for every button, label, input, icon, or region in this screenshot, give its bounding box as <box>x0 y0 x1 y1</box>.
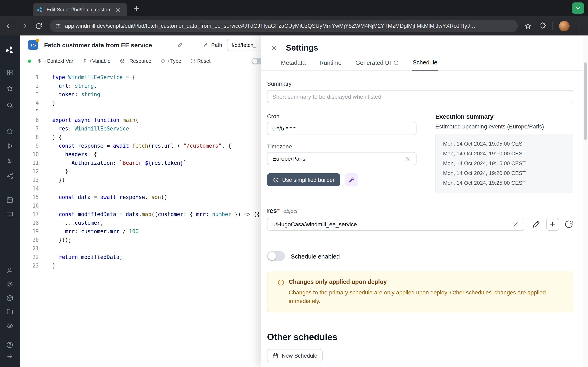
tab-schedule[interactable]: Schedule <box>412 57 438 71</box>
line-number: 21 <box>20 244 39 253</box>
line-number: 15 <box>20 193 39 201</box>
add-type-button[interactable]: +Type <box>160 58 181 64</box>
tab-close-icon[interactable] <box>115 6 121 13</box>
line-number: 17 <box>20 210 39 218</box>
path-edit-button[interactable]: Path <box>203 42 222 48</box>
browser-tab[interactable]: Edit Script f/bd/fetch_custom <box>33 3 127 16</box>
line-number: 16 <box>20 201 39 210</box>
summary-input[interactable]: Short summary to be displayed when liste… <box>267 90 573 103</box>
windmill-logo-icon[interactable] <box>5 46 14 55</box>
sidebar <box>0 35 20 367</box>
line-number: 9 <box>20 142 39 150</box>
line-number: 19 <box>20 227 39 236</box>
refresh-resource-button[interactable] <box>564 220 573 229</box>
settings-title: Settings <box>286 43 318 52</box>
line-number: 14 <box>20 184 39 193</box>
tab-generated-ui[interactable]: Generated UI <box>355 57 399 70</box>
line-number: 12 <box>20 167 39 176</box>
draft-status-dot <box>36 39 39 42</box>
edit-title-pencil-icon[interactable] <box>177 42 183 48</box>
extensions-icon[interactable] <box>539 22 546 30</box>
cron-column: Cron 0 */5 * * * Timezone Europe/Paris <box>267 113 416 193</box>
tab-metadata[interactable]: Metadata <box>280 57 306 70</box>
clear-resource-icon[interactable] <box>512 221 519 227</box>
browser-chrome: Edit Script f/bd/fetch_custom app.windmi… <box>0 0 588 35</box>
panel-scrollbar-thumb[interactable] <box>584 62 587 140</box>
simplified-builder-button[interactable]: Use simplified builder <box>267 173 340 186</box>
cron-label: Cron <box>267 113 416 119</box>
other-schedules-heading: Other schedules <box>267 332 573 342</box>
site-info-icon[interactable] <box>55 23 61 29</box>
close-settings-button[interactable] <box>268 42 280 53</box>
clock-icon <box>273 177 279 183</box>
forward-button[interactable] <box>20 22 28 30</box>
edit-resource-button[interactable] <box>531 220 540 229</box>
magic-wand-icon <box>348 176 355 183</box>
url-text: app.windmill.dev/scripts/edit/f/bd/fetch… <box>65 23 475 29</box>
ai-cron-button[interactable] <box>345 173 358 186</box>
upcoming-event-row: Mon, 14 Oct 2024, 19:15:00 CEST <box>443 159 566 168</box>
settings-panel: Settings MetadataRuntimeGenerated UISche… <box>261 35 588 367</box>
timezone-input[interactable]: Europe/Paris <box>267 152 416 165</box>
add-resource-button[interactable]: +Resource <box>120 58 151 64</box>
workspace-settings-icon[interactable] <box>6 281 13 288</box>
add-variable-button[interactable]: +Variable <box>82 58 111 64</box>
settings-header: Settings <box>261 35 588 53</box>
reload-button[interactable] <box>35 22 43 30</box>
deploy-warning-title: Changes only applied upon deploy <box>289 278 565 285</box>
chevron-down-icon <box>575 5 581 11</box>
upcoming-event-row: Mon, 14 Oct 2024, 19:10:00 CEST <box>443 149 566 159</box>
box-icon <box>120 58 125 64</box>
add-resource-button[interactable] <box>546 218 559 231</box>
collapse-sidebar-icon[interactable] <box>6 353 13 360</box>
line-number: 20 <box>20 236 39 244</box>
line-number: 3 <box>20 90 39 99</box>
cron-input[interactable]: 0 */5 * * * <box>267 122 416 135</box>
audit-logs-icon[interactable] <box>6 322 13 329</box>
bookmark-star-icon[interactable] <box>524 22 532 30</box>
line-number: 1 <box>20 73 39 82</box>
home-icon[interactable] <box>6 128 13 135</box>
panel-scrollbar[interactable] <box>583 35 588 367</box>
folders-icon[interactable] <box>6 308 13 315</box>
screen-capture-indicator[interactable] <box>572 2 584 14</box>
apps-icon[interactable] <box>6 69 13 76</box>
line-number: 22 <box>20 253 39 261</box>
resources-icon[interactable] <box>6 172 13 179</box>
windmill-app: TS Fetch customer data from EE service P… <box>0 35 588 367</box>
cron-grid: Cron 0 */5 * * * Timezone Europe/Paris <box>267 113 573 193</box>
line-number: 4 <box>20 99 39 107</box>
reset-button[interactable]: Reset <box>190 58 210 64</box>
line-number: 6 <box>20 116 39 124</box>
runs-icon[interactable] <box>6 142 13 150</box>
users-icon[interactable] <box>6 267 13 274</box>
workers-icon[interactable] <box>6 211 13 218</box>
tab-title: Edit Script f/bd/fetch_custom <box>47 7 112 12</box>
line-number: 10 <box>20 150 39 159</box>
address-bar[interactable]: app.windmill.dev/scripts/edit/f/bd/fetch… <box>50 20 518 32</box>
pencil-icon <box>203 42 208 48</box>
variables-icon[interactable] <box>6 157 13 165</box>
workspace-icon[interactable] <box>6 294 13 302</box>
line-number: 13 <box>20 176 39 184</box>
search-icon[interactable] <box>6 101 13 109</box>
diamond-icon <box>160 58 165 64</box>
deploy-warning: Changes only applied upon deploy Changes… <box>267 272 573 312</box>
back-button[interactable] <box>6 22 13 30</box>
schedules-icon[interactable] <box>6 196 13 203</box>
summary-section: Summary Short summary to be displayed wh… <box>267 80 573 103</box>
res-field-header: res * object <box>267 207 573 215</box>
new-tab-button[interactable] <box>133 5 140 12</box>
favorites-icon[interactable] <box>6 85 13 92</box>
profile-avatar[interactable] <box>559 21 570 31</box>
add-context-var-button[interactable]: +Context Var <box>37 58 73 64</box>
res-resource-input[interactable]: u/HugoCasa/windmill_ee_service <box>267 218 524 231</box>
execution-summary-title: Execution summary <box>435 113 573 120</box>
new-schedule-button[interactable]: New Schedule <box>267 349 323 362</box>
browser-menu-icon[interactable] <box>576 23 582 29</box>
tab-runtime[interactable]: Runtime <box>319 57 342 70</box>
schedule-enabled-toggle[interactable] <box>267 251 285 261</box>
help-icon[interactable] <box>6 341 13 349</box>
upcoming-event-row: Mon, 14 Oct 2024, 19:25:00 CEST <box>443 178 566 188</box>
clear-timezone-icon[interactable] <box>405 155 411 162</box>
